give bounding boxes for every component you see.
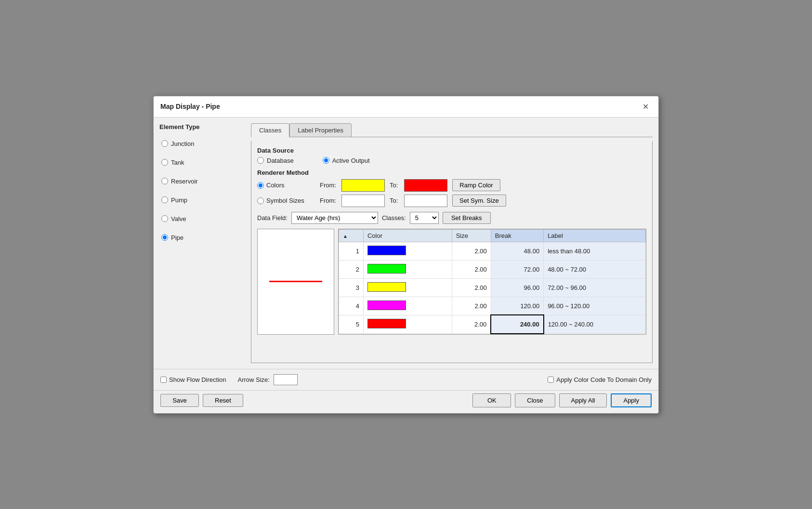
row-label: 72.00 ~ 96.00 [544,278,646,297]
reservoir-radio[interactable] [161,178,168,184]
junction-radio[interactable] [161,140,168,147]
database-radio[interactable] [257,157,264,164]
row-num: 2 [339,260,364,278]
row-color[interactable] [363,315,452,333]
data-field-select[interactable]: Water Age (hrs) Flow Velocity Headloss [291,212,378,224]
active-output-label: Active Output [332,157,370,164]
arrow-size-input[interactable]: 20 [274,374,298,385]
color-swatch[interactable] [367,246,406,255]
pump-radio[interactable] [161,196,168,203]
apply-color-code-option[interactable]: Apply Color Code To Domain Only [548,376,652,383]
table-header-row: Color Size Break Label [339,229,646,242]
data-source-section: Data Source Database Active Output [257,147,646,164]
sidebar-item-pipe[interactable]: Pipe [159,228,246,247]
sidebar-item-tank[interactable]: Tank [159,153,246,172]
ok-button[interactable]: OK [472,393,511,407]
tab-content-classes: Data Source Database Active Output [251,141,653,363]
show-flow-direction-checkbox[interactable] [160,377,167,383]
renderer-method-section: Renderer Method Colors From: To: Ramp Co… [257,169,646,207]
dialog-title: Map Display - Pipe [160,103,220,110]
classes-select[interactable]: 3 4 5 6 [410,212,439,224]
row-color[interactable] [363,278,452,297]
tab-classes[interactable]: Classes [251,123,289,137]
symbol-sizes-label: Symbol Sizes [266,197,304,204]
table-row[interactable]: 12.0048.00less than 48.00 [339,242,646,260]
row-break[interactable]: 240.00 [491,315,543,333]
reservoir-label: Reservoir [171,178,198,185]
row-num: 1 [339,242,364,260]
reset-button[interactable]: Reset [203,394,243,407]
pipe-radio[interactable] [161,234,168,241]
table-row[interactable]: 22.0072.0048.00 ~ 72.00 [339,260,646,278]
row-break[interactable]: 48.00 [491,242,543,260]
preview-box [257,229,334,335]
row-num: 3 [339,278,364,297]
row-color[interactable] [363,242,452,260]
apply-all-button[interactable]: Apply All [559,393,607,407]
valve-radio[interactable] [161,215,168,222]
table-scroll-wrapper[interactable]: Color Size Break Label 12.0048.00less th… [339,229,646,334]
row-size: 2.00 [452,278,491,297]
tank-radio[interactable] [161,159,168,166]
tab-label-properties[interactable]: Label Properties [289,123,352,137]
row-break[interactable]: 120.00 [491,297,543,315]
show-flow-direction-option[interactable]: Show Flow Direction [160,376,226,383]
colors-to-swatch[interactable] [404,179,447,192]
show-flow-direction-label: Show Flow Direction [169,376,226,383]
table-area: Color Size Break Label 12.0048.00less th… [257,229,646,335]
col-header-color: Color [363,229,452,242]
color-swatch[interactable] [367,300,406,310]
valve-label: Valve [171,215,186,222]
sizes-from-input[interactable]: 1 [341,195,385,207]
row-size: 2.00 [452,260,491,278]
color-swatch[interactable] [367,264,406,274]
row-num: 5 [339,315,364,333]
sizes-to-input[interactable]: 10 [404,195,447,207]
row-label: less than 48.00 [544,242,646,260]
data-source-row: Database Active Output [257,157,646,164]
sidebar-item-pump[interactable]: Pump [159,191,246,209]
active-output-option[interactable]: Active Output [323,157,370,164]
set-breaks-button[interactable]: Set Breaks [443,212,491,224]
active-output-radio[interactable] [323,157,329,164]
set-sym-size-button[interactable]: Set Sym. Size [452,195,506,207]
sidebar-item-valve[interactable]: Valve [159,209,246,228]
row-break[interactable]: 96.00 [491,278,543,297]
pipe-label: Pipe [171,234,183,241]
preview-line [269,281,322,282]
table-row[interactable]: 32.0096.0072.00 ~ 96.00 [339,278,646,297]
colors-from-label: From: [320,182,337,189]
classes-table: Color Size Break Label 12.0048.00less th… [339,229,646,334]
bottom-bar: Show Flow Direction Arrow Size: 20 Apply… [154,369,658,390]
colors-option[interactable]: Colors [257,182,315,189]
sidebar-item-junction[interactable]: Junction [159,134,246,153]
save-button[interactable]: Save [160,394,199,407]
symbol-sizes-radio[interactable] [257,197,264,204]
title-bar: Map Display - Pipe ✕ [154,96,658,117]
classes-label: Classes: [382,214,406,222]
close-icon[interactable]: ✕ [640,101,652,112]
close-button[interactable]: Close [515,393,555,407]
ramp-color-button[interactable]: Ramp Color [452,179,500,191]
tabs: Classes Label Properties [251,123,653,137]
apply-color-code-checkbox[interactable] [548,377,554,383]
colors-from-swatch[interactable] [341,179,385,192]
col-header-label: Label [544,229,646,242]
apply-button[interactable]: Apply [611,393,652,407]
table-row[interactable]: 42.00120.0096.00 ~ 120.00 [339,297,646,315]
color-swatch[interactable] [367,319,406,328]
col-header-num [339,229,364,242]
row-color[interactable] [363,260,452,278]
row-label: 120.00 ~ 240.00 [544,315,646,333]
sidebar-item-reservoir[interactable]: Reservoir [159,172,246,191]
colors-radio[interactable] [257,182,264,189]
symbol-sizes-option[interactable]: Symbol Sizes [257,197,315,204]
database-option[interactable]: Database [257,157,294,164]
table-container: Color Size Break Label 12.0048.00less th… [338,229,646,335]
row-break[interactable]: 72.00 [491,260,543,278]
row-size: 2.00 [452,297,491,315]
button-group-right: OK Close Apply All Apply [472,393,652,407]
table-row[interactable]: 52.00240.00120.00 ~ 240.00 [339,315,646,333]
row-color[interactable] [363,297,452,315]
color-swatch[interactable] [367,282,406,292]
